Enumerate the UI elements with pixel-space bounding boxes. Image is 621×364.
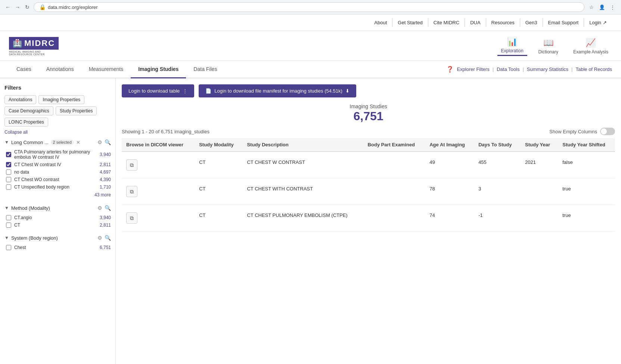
- dicom-viewer-button-0[interactable]: ⧉: [126, 159, 137, 171]
- download-manifest-label: Login to download file manifest for imag…: [214, 88, 342, 94]
- filter-group-toggle-3[interactable]: ▼: [4, 235, 9, 240]
- filter-item-1-0: CTA Pulmonary arteries for pulmonary emb…: [4, 148, 111, 161]
- nav-get-started[interactable]: Get Started: [392, 18, 428, 27]
- filter-group-header-body-region: ▼ System (Body region) ⚙ 🔍: [4, 235, 111, 241]
- filter-group-modality: ▼ Method (Modality) ⚙ 🔍 CT.angio 3,940 C…: [4, 205, 111, 229]
- nav-resources[interactable]: Resources: [486, 18, 520, 27]
- collapse-all-link[interactable]: Collapse all: [4, 130, 111, 135]
- link-explorer-filters[interactable]: Explorer Filters: [457, 66, 489, 72]
- nav-login[interactable]: Login ↗: [584, 18, 612, 27]
- download-icon: ⬇: [345, 88, 350, 94]
- filter-tab-study-properties[interactable]: Study Properties: [56, 106, 97, 115]
- filter-search-icon-3[interactable]: 🔍: [105, 235, 111, 241]
- filter-item-3-0: Chest 6,751: [4, 244, 111, 251]
- tab-imaging-studies[interactable]: Imaging Studies: [131, 61, 186, 78]
- profile-icon[interactable]: 👤: [598, 3, 606, 11]
- back-button[interactable]: ←: [4, 4, 11, 10]
- login-icon: ↗: [603, 20, 607, 25]
- filter-group-toggle-2[interactable]: ▼: [4, 205, 9, 211]
- forward-button[interactable]: →: [14, 4, 21, 10]
- show-empty-label: Show Empty Columns: [549, 129, 597, 134]
- filter-search-icon-2[interactable]: 🔍: [105, 205, 111, 211]
- filter-checkbox-1-0[interactable]: [6, 152, 11, 157]
- tab-annotations[interactable]: Annotations: [39, 61, 81, 78]
- manifest-icon: 📄: [205, 88, 211, 94]
- filter-group-name-3: System (Body region): [11, 235, 58, 241]
- filter-checkbox-1-2[interactable]: [6, 169, 11, 175]
- sep3: |: [571, 66, 572, 72]
- filter-item-1-3: CT Chest WO contrast 4,390: [4, 176, 111, 183]
- stats-number: 6,751: [122, 109, 615, 123]
- filter-item-1-4: CT Unspecified body region 1,710: [4, 183, 111, 191]
- nav-about[interactable]: About: [369, 18, 392, 27]
- filter-group-title-area-3: ▼ System (Body region): [4, 235, 97, 241]
- header-nav-dictionary[interactable]: 📖 Dictionary: [535, 37, 562, 56]
- col-study-description: Study Description: [242, 138, 363, 152]
- table-row: ⧉ CT CT CHEST PULMONARY EMBOLISM (CTPE) …: [122, 205, 615, 231]
- col-browse-dicom: Browse in DICOM viewer: [122, 138, 195, 152]
- filter-item-2-0: CT.angio 3,940: [4, 214, 111, 221]
- filter-tab-imaging-properties[interactable]: Imaging Properties: [38, 95, 84, 104]
- filter-settings-icon-3[interactable]: ⚙: [97, 235, 102, 241]
- cell-modality-2: CT: [195, 205, 242, 231]
- filter-settings-icon-2[interactable]: ⚙: [97, 205, 102, 211]
- sep2: |: [522, 66, 524, 72]
- reload-button[interactable]: ↻: [24, 4, 31, 10]
- show-empty-switch[interactable]: [600, 128, 615, 135]
- filter-checkbox-3-0[interactable]: [6, 245, 11, 250]
- download-table-button[interactable]: Login to download table ⋮: [122, 84, 194, 97]
- filter-tab-loinc-properties[interactable]: LOINC Properties: [4, 118, 48, 127]
- browser-bar: ← → ↻ 🔒 data.midrc.org/explorer ☆ 👤 ⋮: [0, 0, 621, 15]
- table-row: ⧉ CT CT CHEST W CONTRAST 49 455 2021 fal…: [122, 152, 615, 178]
- filter-search-icon-1[interactable]: 🔍: [105, 139, 111, 145]
- filter-tab-case-demographics[interactable]: Case Demographics: [4, 106, 53, 115]
- url-bar[interactable]: 🔒 data.midrc.org/explorer: [34, 2, 584, 12]
- filter-item-1-2: no data 4,697: [4, 168, 111, 176]
- filter-item-2-1: CT 2,811: [4, 221, 111, 229]
- cell-body-part-2: [363, 205, 425, 231]
- link-data-tools[interactable]: Data Tools: [497, 66, 519, 72]
- filter-group-toggle-1[interactable]: ▼: [4, 140, 9, 145]
- filter-checkbox-1-4[interactable]: [6, 184, 11, 190]
- filter-tab-annotations[interactable]: Annotations: [4, 95, 36, 104]
- bookmark-icon[interactable]: ☆: [587, 3, 596, 11]
- filter-more-1[interactable]: 43 more: [4, 191, 111, 199]
- filter-group-header-modality: ▼ Method (Modality) ⚙ 🔍: [4, 205, 111, 211]
- url-text: data.midrc.org/explorer: [48, 4, 98, 10]
- dicom-viewer-button-2[interactable]: ⧉: [126, 212, 137, 224]
- filter-checkbox-2-0[interactable]: [6, 215, 11, 220]
- dicom-viewer-button-1[interactable]: ⧉: [126, 186, 137, 197]
- filter-clear-1[interactable]: ✕: [76, 140, 80, 145]
- cell-age-2: 74: [425, 205, 474, 231]
- filter-item-1-1: CT Chest W contrast IV 2,811: [4, 161, 111, 168]
- logo-area: 🏥 MIDRC MEDICAL IMAGING AND DATA RESOURC…: [9, 37, 497, 55]
- header-nav-example-analysis[interactable]: 📈 Example Analysis: [569, 37, 612, 56]
- tab-measurements[interactable]: Measurements: [81, 61, 131, 78]
- filter-checkbox-1-3[interactable]: [6, 177, 11, 182]
- stats-area: Imaging Studies 6,751: [122, 103, 615, 123]
- cell-year-0: 2021: [521, 152, 558, 178]
- tab-cases[interactable]: Cases: [9, 61, 39, 78]
- link-summary-statistics[interactable]: Summary Statistics: [527, 66, 568, 72]
- filter-settings-icon-1[interactable]: ⚙: [97, 139, 102, 145]
- tab-data-files[interactable]: Data Files: [186, 61, 224, 78]
- help-icon[interactable]: ❓: [446, 66, 454, 73]
- nav-cite-midrc[interactable]: Cite MIDRC: [428, 18, 465, 27]
- nav-dua[interactable]: DUA: [465, 18, 486, 27]
- analysis-icon: 📈: [586, 38, 596, 48]
- filter-checkbox-1-1[interactable]: [6, 162, 11, 167]
- filter-group-actions-1: ⚙ 🔍: [97, 139, 111, 145]
- dictionary-icon: 📖: [543, 38, 553, 48]
- filter-checkbox-2-1[interactable]: [6, 223, 11, 228]
- nav-gen3[interactable]: Gen3: [520, 18, 543, 27]
- stats-label: Imaging Studies: [122, 103, 615, 109]
- header-nav-exploration[interactable]: 📊 Exploration: [497, 35, 527, 56]
- filter-group-header-long-common: ▼ Long Common ... 2 selected ✕ ⚙ 🔍: [4, 139, 111, 145]
- nav-email-support[interactable]: Email Support: [543, 18, 584, 27]
- link-table-of-records[interactable]: Table of Records: [575, 66, 612, 72]
- menu-icon[interactable]: ⋮: [608, 3, 617, 11]
- cell-modality-1: CT: [195, 178, 242, 205]
- cell-dicom-2: ⧉: [122, 205, 195, 231]
- filter-item-label-2-1: CT: [14, 223, 97, 228]
- download-manifest-button[interactable]: 📄 Login to download file manifest for im…: [199, 84, 356, 97]
